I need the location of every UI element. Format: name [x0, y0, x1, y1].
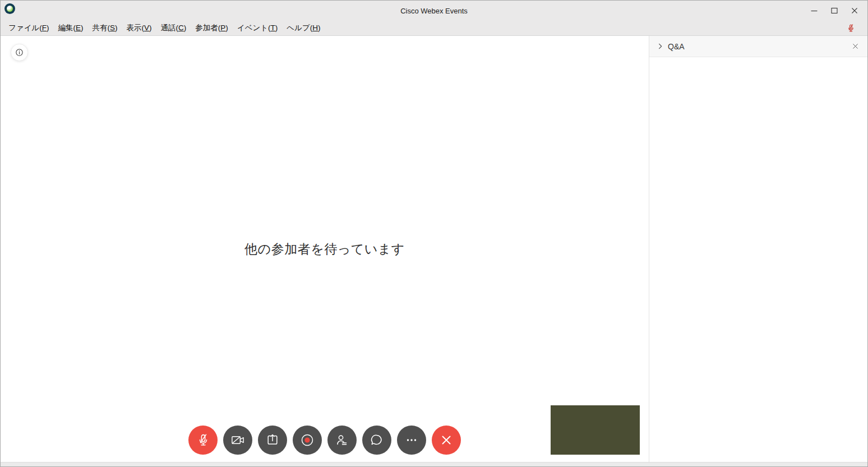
window-bottom-edge [1, 462, 867, 466]
window-controls [807, 1, 862, 21]
chat-button[interactable] [362, 426, 391, 455]
leave-event-button[interactable] [432, 426, 461, 455]
qa-panel: Q&A [649, 36, 867, 462]
qa-panel-body [649, 57, 867, 462]
call-controls-toolbar [188, 426, 461, 455]
close-icon [439, 433, 454, 447]
mic-muted-icon [196, 433, 210, 448]
webex-logo-icon [4, 3, 15, 14]
menu-item-share[interactable]: 共有(S) [88, 22, 122, 34]
mic-muted-indicator-icon [847, 24, 855, 33]
waiting-message: 他の参加者を待っています [244, 241, 405, 258]
ellipsis-icon [404, 433, 419, 447]
menu-item-call[interactable]: 通話(C) [156, 22, 191, 34]
share-content-button[interactable] [258, 426, 287, 455]
qa-close-button[interactable] [851, 41, 860, 51]
menu-bar-items: ファイル(F)編集(E)共有(S)表示(V)通話(C)参加者(P)イベント(T)… [4, 22, 325, 34]
menu-item-edit[interactable]: 編集(E) [54, 22, 88, 34]
maximize-button[interactable] [827, 4, 842, 17]
meeting-stage: 他の参加者を待っています [1, 36, 649, 462]
window-title: Cisco Webex Events [1, 7, 867, 15]
qa-panel-header: Q&A [649, 36, 867, 57]
mute-button[interactable] [188, 426, 218, 455]
participants-button[interactable] [327, 426, 357, 455]
meeting-info-button[interactable] [11, 44, 28, 61]
menu-item-participants[interactable]: 参加者(P) [191, 22, 233, 34]
content-area: 他の参加者を待っています [1, 36, 867, 462]
more-options-button[interactable] [397, 426, 426, 455]
minimize-icon [810, 7, 818, 15]
menu-item-help[interactable]: ヘルプ(H) [282, 22, 325, 34]
maximize-icon [830, 7, 838, 15]
menu-item-file[interactable]: ファイル(F) [4, 22, 54, 34]
info-icon [15, 48, 24, 57]
close-icon [852, 43, 859, 50]
qa-collapse-button[interactable] [657, 43, 664, 50]
record-button[interactable] [293, 426, 322, 455]
menu-item-event[interactable]: イベント(T) [233, 22, 283, 34]
record-icon [300, 433, 315, 447]
chat-icon [370, 433, 384, 447]
waiting-message-container: 他の参加者を待っています [1, 36, 649, 462]
close-window-button[interactable] [847, 4, 862, 17]
menu-item-view[interactable]: 表示(V) [122, 22, 156, 34]
webex-window: Cisco Webex Events ファイル(F)編集(E)共有(S)表示(V… [0, 0, 868, 467]
title-bar: Cisco Webex Events [1, 1, 867, 21]
minimize-button[interactable] [807, 4, 821, 17]
share-icon [266, 433, 279, 447]
close-icon [851, 7, 858, 15]
self-video-thumbnail[interactable] [551, 405, 640, 455]
chevron-right-icon [657, 43, 664, 50]
menu-bar: ファイル(F)編集(E)共有(S)表示(V)通話(C)参加者(P)イベント(T)… [1, 21, 867, 36]
participants-icon [335, 433, 349, 447]
video-off-button[interactable] [223, 426, 252, 455]
camera-off-icon [230, 434, 246, 446]
qa-panel-title: Q&A [668, 42, 685, 51]
